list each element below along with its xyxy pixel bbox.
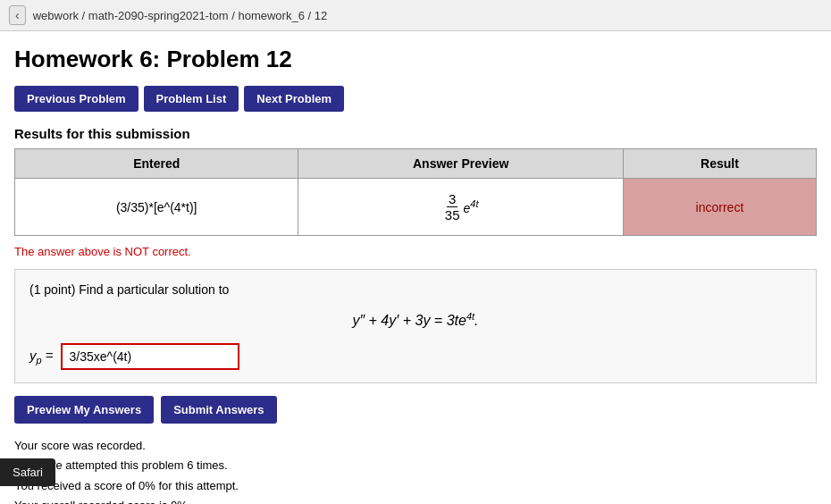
top-nav: ‹ webwork / math-2090-spring2021-tom / h… bbox=[0, 0, 831, 31]
previous-problem-button[interactable]: Previous Problem bbox=[14, 86, 138, 112]
answer-row: yp = bbox=[29, 343, 802, 370]
score-info: Your score was recorded. You have attemp… bbox=[14, 436, 817, 504]
problem-list-button[interactable]: Problem List bbox=[144, 86, 239, 112]
problem-intro: (1 point) Find a particular solution to bbox=[29, 282, 802, 297]
answer-input[interactable] bbox=[61, 343, 239, 370]
yp-label: yp = bbox=[29, 348, 54, 365]
score-line-4: Your overall recorded score is 0%. bbox=[14, 496, 817, 504]
results-table: Entered Answer Preview Result (3/35)*[e^… bbox=[14, 148, 817, 236]
submit-answers-button[interactable]: Submit Answers bbox=[161, 396, 276, 424]
fraction-numerator: 3 bbox=[447, 191, 457, 207]
page-title: Homework 6: Problem 12 bbox=[14, 46, 817, 73]
results-section-label: Results for this submission bbox=[14, 126, 817, 141]
nav-button-group: Previous Problem Problem List Next Probl… bbox=[14, 86, 817, 112]
preview-answers-button[interactable]: Preview My Answers bbox=[14, 396, 154, 424]
cell-entered: (3/35)*[e^(4*t)] bbox=[15, 179, 298, 236]
cell-answer-preview: 3 35 e4t bbox=[298, 179, 624, 236]
main-content: Homework 6: Problem 12 Previous Problem … bbox=[0, 31, 831, 504]
col-header-preview: Answer Preview bbox=[298, 149, 624, 179]
fraction-display: 3 35 bbox=[443, 191, 462, 223]
score-line-2: You have attempted this problem 6 times. bbox=[14, 456, 817, 475]
next-problem-button[interactable]: Next Problem bbox=[244, 86, 344, 112]
safari-toast: Safari bbox=[0, 458, 55, 486]
fraction-denominator: 35 bbox=[443, 207, 462, 223]
problem-equation: y″ + 4y′ + 3y = 3te4t. bbox=[29, 311, 802, 329]
problem-box: (1 point) Find a particular solution to … bbox=[14, 269, 817, 383]
action-button-group: Preview My Answers Submit Answers bbox=[14, 396, 817, 424]
col-header-entered: Entered bbox=[15, 149, 298, 179]
breadcrumb: webwork / math-2090-spring2021-tom / hom… bbox=[33, 9, 328, 22]
exponent-display: e4t bbox=[464, 198, 479, 215]
not-correct-message: The answer above is NOT correct. bbox=[14, 245, 817, 258]
table-row: (3/35)*[e^(4*t)] 3 35 e4t incorrect bbox=[15, 179, 817, 236]
col-header-result: Result bbox=[623, 149, 816, 179]
score-line-3: You received a score of 0% for this atte… bbox=[14, 476, 817, 496]
score-line-1: Your score was recorded. bbox=[14, 436, 817, 456]
back-button[interactable]: ‹ bbox=[9, 5, 26, 25]
cell-result: incorrect bbox=[623, 179, 816, 236]
